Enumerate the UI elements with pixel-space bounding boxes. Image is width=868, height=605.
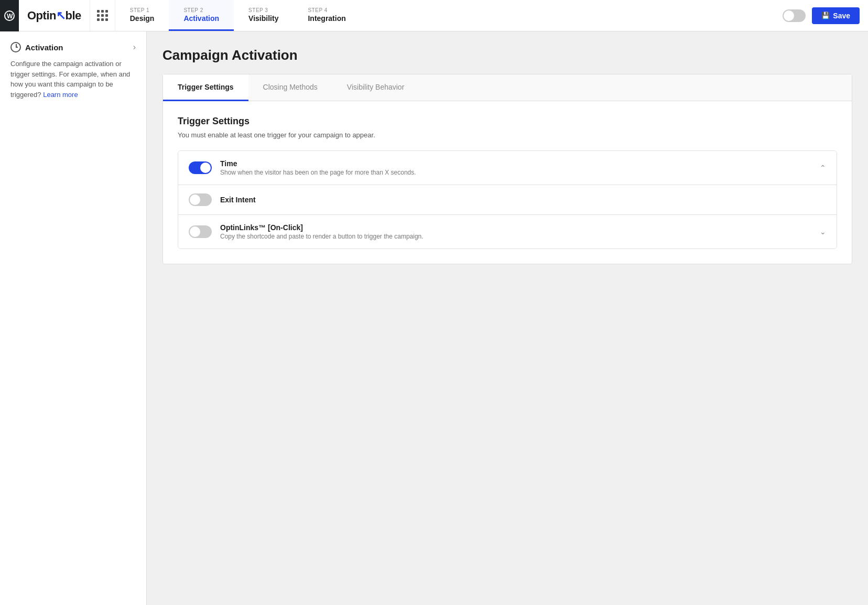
toggle-time[interactable] — [189, 161, 212, 174]
layout: Activation › Configure the campaign acti… — [0, 31, 868, 605]
trigger-info-optinlinks: OptinLinks™ [On-Click] Copy the shortcod… — [220, 223, 815, 240]
page-title: Campaign Activation — [162, 47, 852, 63]
apps-icon — [97, 10, 108, 21]
preview-toggle[interactable] — [783, 9, 806, 22]
logo-area: Optin↖ble — [19, 0, 90, 31]
steps-nav: STEP 1 Design STEP 2 Activation STEP 3 V… — [115, 0, 775, 31]
step-1-design[interactable]: STEP 1 Design — [115, 0, 169, 31]
clock-icon — [10, 42, 21, 52]
main-content: Campaign Activation Trigger Settings Clo… — [147, 31, 868, 605]
trigger-row-time: Time Show when the visitor has been on t… — [178, 151, 837, 185]
trigger-desc-time: Show when the visitor has been on the pa… — [220, 169, 815, 176]
topbar-right: 💾 Save — [774, 7, 868, 24]
sidebar: Activation › Configure the campaign acti… — [0, 31, 147, 605]
trigger-settings-title: Trigger Settings — [178, 116, 837, 127]
sidebar-expand-icon[interactable]: › — [133, 42, 136, 52]
tab-trigger-settings[interactable]: Trigger Settings — [163, 74, 248, 101]
trigger-row-optinlinks: OptinLinks™ [On-Click] Copy the shortcod… — [178, 215, 837, 249]
trigger-desc-optinlinks: Copy the shortcode and paste to render a… — [220, 233, 815, 240]
step-2-label: STEP 2 — [183, 7, 219, 13]
trigger-name-exit-intent: Exit Intent — [220, 196, 826, 204]
trigger-chevron-optinlinks[interactable]: ⌄ — [820, 228, 826, 236]
tab-content-trigger-settings: Trigger Settings You must enable at leas… — [163, 101, 852, 264]
step-3-label: STEP 3 — [248, 7, 278, 13]
sidebar-title-row: Activation — [10, 42, 63, 52]
svg-text:W: W — [7, 13, 13, 20]
trigger-info-time: Time Show when the visitor has been on t… — [220, 159, 815, 176]
tab-visibility-behavior[interactable]: Visibility Behavior — [332, 74, 419, 101]
toggle-exit-intent[interactable] — [189, 193, 212, 206]
save-label: Save — [833, 12, 850, 20]
trigger-row-exit-intent: Exit Intent — [178, 185, 837, 215]
logo-accent: ↖ — [56, 9, 66, 22]
trigger-info-exit-intent: Exit Intent — [220, 196, 826, 204]
trigger-name-optinlinks: OptinLinks™ [On-Click] — [220, 223, 815, 232]
toggle-optinlinks[interactable] — [189, 225, 212, 238]
step-4-integration[interactable]: STEP 4 Integration — [293, 0, 360, 31]
topbar: W Optin↖ble STEP 1 Design STEP 2 Activat… — [0, 0, 868, 31]
tabs-nav: Trigger Settings Closing Methods Visibil… — [163, 74, 852, 101]
trigger-list: Time Show when the visitor has been on t… — [178, 150, 837, 249]
apps-icon-button[interactable] — [90, 0, 115, 31]
wp-icon[interactable]: W — [0, 0, 19, 31]
save-icon: 💾 — [821, 12, 830, 19]
step-4-name: Integration — [308, 14, 345, 23]
save-button[interactable]: 💾 Save — [812, 7, 860, 24]
sidebar-section-title: Activation — [25, 43, 63, 52]
step-2-name: Activation — [183, 14, 219, 23]
step-2-activation[interactable]: STEP 2 Activation — [169, 0, 234, 31]
tab-closing-methods[interactable]: Closing Methods — [248, 74, 332, 101]
step-3-name: Visibility — [248, 14, 278, 23]
logo: Optin↖ble — [27, 9, 81, 23]
step-3-visibility[interactable]: STEP 3 Visibility — [234, 0, 293, 31]
trigger-chevron-time[interactable]: ⌃ — [820, 164, 826, 172]
learn-more-link[interactable]: Learn more — [43, 91, 78, 99]
trigger-name-time: Time — [220, 159, 815, 168]
tabs-container: Trigger Settings Closing Methods Visibil… — [162, 74, 852, 264]
step-4-label: STEP 4 — [308, 7, 345, 13]
trigger-settings-desc: You must enable at least one trigger for… — [178, 131, 837, 139]
step-1-label: STEP 1 — [130, 7, 155, 13]
sidebar-header: Activation › — [0, 42, 146, 59]
sidebar-description: Configure the campaign activation or tri… — [0, 59, 146, 100]
step-1-name: Design — [130, 14, 155, 23]
